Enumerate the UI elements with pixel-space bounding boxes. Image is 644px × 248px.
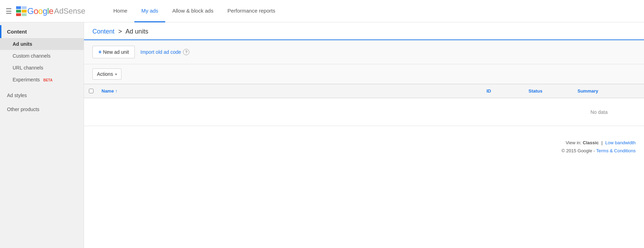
table-header-status[interactable]: Status <box>525 84 574 98</box>
breadcrumb-separator: > <box>118 28 122 35</box>
classic-label: Classic <box>583 140 599 145</box>
breadcrumb: Content > Ad units <box>92 28 636 35</box>
sidebar-item-ad-units[interactable]: Ad units <box>0 38 84 50</box>
dropdown-arrow-icon: ▾ <box>115 72 117 76</box>
no-data-message: No data <box>92 109 636 115</box>
layout: Content Ad units Custom channels URL cha… <box>0 22 644 248</box>
svg-rect-3 <box>22 10 27 13</box>
google-logo-text: Google <box>27 6 53 16</box>
table-header-name[interactable]: Name ↑ <box>98 84 483 98</box>
logo-icon <box>16 6 27 16</box>
toolbar: + New ad unit Import old ad code ? <box>84 40 644 64</box>
google-g1: G <box>27 6 34 16</box>
google-e: e <box>49 6 54 16</box>
sidebar-item-experiments[interactable]: Experiments BETA <box>0 74 84 86</box>
experiments-label: Experiments <box>13 77 40 82</box>
nav-my-ads[interactable]: My ads <box>134 0 165 22</box>
sidebar-section-title-content[interactable]: Content <box>0 25 84 38</box>
sidebar-item-custom-channels[interactable]: Custom channels <box>0 50 84 62</box>
adsense-logo-text: AdSense <box>54 7 85 16</box>
table-header: Name ↑ ID Status Summary <box>84 84 644 98</box>
svg-rect-0 <box>16 6 21 9</box>
view-in-label: View in: <box>566 140 581 145</box>
import-old-ad-code-link[interactable]: Import old ad code ? <box>140 49 189 55</box>
footer-separator: | <box>601 140 602 145</box>
table-header-checkbox <box>84 84 98 98</box>
breadcrumb-current: Ad units <box>126 28 148 35</box>
top-nav: ☰ Google AdSense Home My ads Allow & blo… <box>0 0 644 22</box>
breadcrumb-link-content[interactable]: Content <box>92 28 114 35</box>
new-ad-unit-button[interactable]: + New ad unit <box>92 46 135 58</box>
table-area: Name ↑ ID Status Summary No data <box>84 84 644 126</box>
low-bandwidth-link[interactable]: Low bandwidth <box>605 140 636 145</box>
svg-rect-1 <box>22 6 27 9</box>
plus-icon: + <box>98 49 102 55</box>
google-o2: o <box>38 6 43 16</box>
sidebar-item-ad-styles[interactable]: Ad styles <box>0 88 84 102</box>
import-label: Import old ad code <box>140 49 181 55</box>
logo-area: Google AdSense <box>16 6 85 16</box>
main-content: Content > Ad units + New ad unit Import … <box>84 22 644 248</box>
actions-button[interactable]: Actions ▾ <box>92 68 121 80</box>
copyright-text: © 2015 Google - <box>561 148 595 153</box>
table-header-id[interactable]: ID <box>483 84 525 98</box>
help-icon[interactable]: ? <box>183 49 189 55</box>
sidebar-item-other-products[interactable]: Other products <box>0 102 84 116</box>
breadcrumb-area: Content > Ad units <box>84 22 644 40</box>
sidebar: Content Ad units Custom channels URL cha… <box>0 22 84 248</box>
footer: View in: Classic | Low bandwidth © 2015 … <box>84 133 644 163</box>
table-header-summary[interactable]: Summary <box>574 84 644 98</box>
new-ad-unit-label: New ad unit <box>103 49 129 55</box>
table-body: No data <box>84 98 644 126</box>
sidebar-section-content: Content Ad units Custom channels URL cha… <box>0 25 84 86</box>
svg-rect-4 <box>16 13 21 16</box>
footer-view-in-line: View in: Classic | Low bandwidth <box>92 140 636 145</box>
actions-label: Actions <box>97 71 113 77</box>
actions-area: Actions ▾ <box>84 64 644 84</box>
hamburger-icon[interactable]: ☰ <box>6 7 12 15</box>
nav-performance[interactable]: Performance reports <box>220 0 282 22</box>
google-o1: o <box>34 6 38 16</box>
select-all-checkbox[interactable] <box>89 89 93 93</box>
beta-badge: BETA <box>43 78 52 82</box>
google-g2: g <box>43 6 47 16</box>
main-nav: Home My ads Allow & block ads Performanc… <box>106 0 282 22</box>
terms-conditions-link[interactable]: Terms & Conditions <box>596 148 636 153</box>
sidebar-item-url-channels[interactable]: URL channels <box>0 62 84 74</box>
svg-rect-5 <box>22 13 27 16</box>
svg-rect-2 <box>16 10 21 13</box>
nav-home[interactable]: Home <box>106 0 134 22</box>
footer-copyright-line: © 2015 Google - Terms & Conditions <box>92 148 636 153</box>
nav-allow-block[interactable]: Allow & block ads <box>165 0 220 22</box>
